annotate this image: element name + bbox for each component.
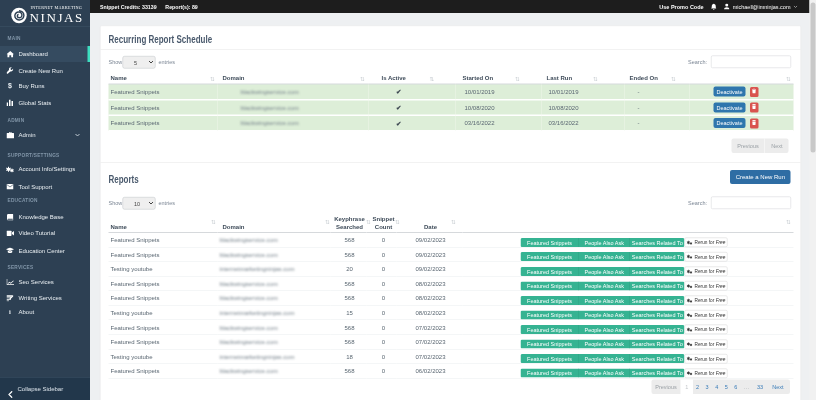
svg-text:NINJAS: NINJAS xyxy=(30,10,84,25)
